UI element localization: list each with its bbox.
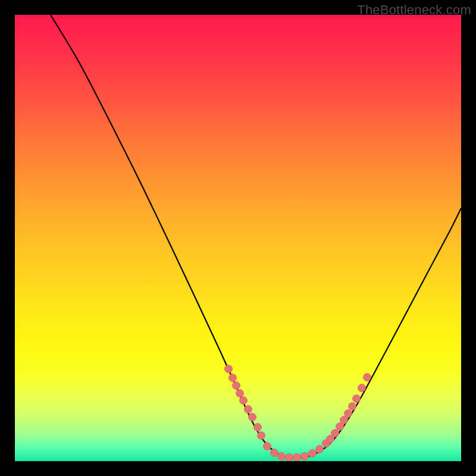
data-marker	[254, 424, 262, 431]
chart-overlay	[15, 15, 461, 461]
right-markers-group	[322, 374, 371, 447]
data-marker	[225, 365, 233, 373]
data-marker	[249, 414, 256, 421]
data-marker	[301, 453, 309, 461]
data-marker	[293, 454, 301, 462]
data-marker	[264, 443, 271, 450]
data-marker	[258, 432, 265, 440]
watermark-text: TheBottleneck.com	[357, 2, 471, 18]
data-marker	[358, 384, 366, 392]
data-marker	[271, 449, 278, 457]
data-marker	[240, 397, 248, 405]
left-markers-group	[225, 365, 265, 440]
bottom-markers-group	[264, 443, 324, 462]
data-marker	[229, 374, 237, 382]
data-marker	[309, 450, 317, 458]
data-marker	[345, 410, 352, 418]
data-marker	[331, 430, 339, 437]
data-marker	[286, 454, 293, 462]
data-marker	[245, 406, 252, 414]
data-marker	[353, 395, 361, 403]
data-marker	[236, 390, 244, 397]
data-marker	[278, 453, 286, 461]
bottleneck-curve	[51, 15, 461, 458]
data-marker	[349, 403, 356, 411]
chart-frame: TheBottleneck.com	[0, 0, 476, 476]
plot-area	[15, 15, 461, 461]
data-marker	[364, 374, 371, 381]
data-marker	[233, 382, 240, 390]
data-marker	[316, 446, 324, 453]
